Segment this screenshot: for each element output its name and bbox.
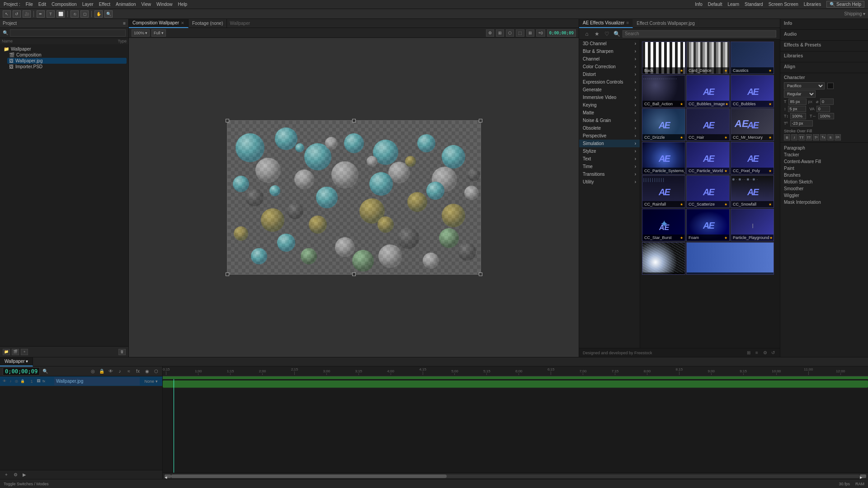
layer-hide-btn[interactable]: 👁 [107,368,114,375]
handle-br[interactable] [479,272,482,276]
region-of-interest-btn[interactable]: ⬚ [516,29,524,37]
handle-tc[interactable] [352,119,356,122]
handle-bc[interactable] [352,272,356,276]
effect-cc-bubbles-image[interactable]: AE CC_Bubbles_Image ★ [686,75,730,108]
app-menu-project[interactable]: Project : [4,2,20,7]
add-layer-btn[interactable]: + [3,472,10,478]
effects-tab-menu-icon[interactable]: ≡ [626,20,629,25]
timeline-scroll-inner[interactable] [171,474,860,478]
menu-file[interactable]: File [26,2,33,7]
effect-cc-mr-mercury[interactable]: AE CC_Mr_Mercury ★ [731,108,774,141]
layer-solo-icon[interactable]: ◎ [14,379,19,384]
italic-btn[interactable]: I [791,134,797,141]
project-panel-menu-icon[interactable]: ≡ [123,21,126,26]
tool-clone[interactable]: ⎋ [71,10,79,18]
effect-particle-playground[interactable]: | Particle_Playground ★ [731,209,774,241]
category-time[interactable]: Time › [579,163,640,170]
menu-layer[interactable]: Layer [82,2,94,7]
ligatures-btn[interactable]: fi [827,134,834,141]
bold-btn[interactable]: B [784,134,790,141]
file-wallpaper-folder[interactable]: 📁 Wallpaper [2,46,127,52]
timeline-scroll-thumb[interactable] [171,474,447,478]
right-item-mask-interpolation[interactable]: Mask Interpolation [782,199,866,206]
effect-cc-pixel-poly[interactable]: AE CC_Pixel_Poly ★ [731,142,774,174]
card-dance-star[interactable]: ★ [724,69,727,73]
menu-info[interactable]: Info [695,2,703,7]
ram-preview-btn[interactable]: RAM [855,482,864,486]
layer-row-1[interactable]: 👁 ♪ ◎ 🔒 1 🖼 fx None ▾ [0,376,162,386]
caustics-star[interactable]: ★ [769,69,772,73]
category-distort[interactable]: Distort › [579,70,640,78]
playhead[interactable] [174,379,174,473]
viewer-mask-btn[interactable]: ⬡ [506,29,514,37]
new-folder-btn[interactable]: 📁 [3,349,10,355]
tool-camera[interactable]: 🎥 [23,10,31,18]
cc-rainfall-star[interactable]: ★ [680,202,683,206]
checkerboard-btn[interactable]: ⊞ [526,29,534,37]
menu-composition[interactable]: Composition [52,2,77,7]
timeline-time-indicator[interactable]: 0;00;00;09 [3,367,40,375]
font-family-select[interactable]: Pacifico [784,82,825,89]
effects-search-input[interactable] [623,30,776,38]
file-wallpaper-jpg[interactable]: 🖼 Wallpaper.jpg [7,58,127,64]
menu-screen[interactable]: Screen Screen [769,2,798,7]
delete-btn[interactable]: 🗑 [118,349,126,355]
effects-visualizer-tab[interactable]: AE Effects Visualizer ≡ [579,19,633,28]
project-search-input[interactable] [10,29,126,37]
cc-particle-world-star[interactable]: ★ [724,169,727,173]
zoom-dropdown[interactable]: 100% ▾ [132,29,150,37]
search-help-btn[interactable]: 🔍 Search Help [826,1,864,8]
layer-fx-btn[interactable]: fx [134,368,142,375]
file-importer-psd[interactable]: 🖼 Importer.PSD [7,64,127,70]
cc-hair-star[interactable]: ★ [724,136,727,140]
menu-effect[interactable]: Effect [99,2,110,7]
font-color-swatch[interactable] [827,83,834,89]
cc-mr-mercury-star[interactable]: ★ [769,136,772,140]
effect-special-2[interactable] [686,242,774,275]
effects-heart-icon[interactable]: ♡ [603,30,611,38]
category-obsolete[interactable]: Obsolete › [579,124,640,132]
scroll-right-btn[interactable]: ▸ [860,474,866,478]
back-star[interactable]: ★ [680,69,683,73]
right-item-brushes[interactable]: Brushes [782,172,866,178]
tool-shape[interactable]: ⬜ [57,10,65,18]
layer-color-btn[interactable]: ◉ [143,368,151,375]
effect-caustics[interactable]: Caustics ★ [731,42,774,74]
category-keying[interactable]: Keying › [579,101,640,109]
render-btn[interactable]: ▶ [21,472,28,478]
cc-pixel-poly-star[interactable]: ★ [769,169,772,173]
magnify-btn[interactable]: 🔍 [42,368,49,375]
footer-refresh-icon[interactable]: ↺ [770,350,776,356]
cc-bubbles-star[interactable]: ★ [769,102,772,106]
all-caps-btn[interactable]: TT [798,134,805,141]
timeline-tab-wallpaper[interactable]: Wallpaper ▾ [0,357,33,366]
superscript-btn[interactable]: T² [813,134,819,141]
tool-text[interactable]: T [47,10,55,18]
cc-ball-action-star[interactable]: ★ [680,102,683,106]
tracking-input[interactable] [820,99,834,105]
menu-view[interactable]: View [142,2,151,7]
close-tab-icon[interactable]: ✕ [181,21,184,25]
hindi-digits-btn[interactable]: 0१ [835,134,841,141]
horizontal-scale-input[interactable] [818,113,834,119]
menu-animation[interactable]: Animation [116,2,136,7]
new-comp-btn[interactable]: 🎬 [12,349,19,355]
quality-dropdown[interactable]: Full ▾ [151,29,166,37]
menu-help[interactable]: Help [178,2,188,7]
layer-3d-btn[interactable]: ⬡ [152,368,160,375]
category-perspective[interactable]: Perspective › [579,132,640,140]
handle-bl[interactable] [226,272,229,276]
category-text[interactable]: Text › [579,155,640,163]
tool-pen[interactable]: ✒ [37,10,45,18]
viewer-grid-btn[interactable]: ⊞ [496,29,504,37]
category-3d-channel[interactable]: 3D Channel › [579,40,640,47]
font-style-select[interactable]: Regular [784,90,816,98]
effect-cc-ball-action[interactable]: CC_Ball_Action ★ [642,75,685,108]
timeline-settings-btn[interactable]: ⚙ [12,472,19,478]
layer-audio-icon[interactable]: ♪ [8,379,14,384]
scroll-left-btn[interactable]: ◂ [165,474,171,478]
effect-foam[interactable]: AE Foam ★ [686,209,730,241]
effect-card-dance[interactable]: Card_Dance ★ [686,42,730,74]
subscript-btn[interactable]: T₂ [820,134,826,141]
menu-edit[interactable]: Edit [38,2,46,7]
